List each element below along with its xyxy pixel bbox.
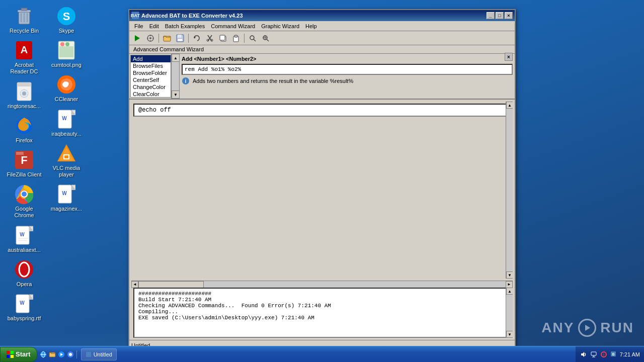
menu-file[interactable]: File	[131, 22, 146, 30]
hscroll-right[interactable]: ►	[506, 281, 513, 288]
command-list-scrollbar[interactable]: ▲ ▼	[171, 54, 179, 99]
desktop-icon-opera[interactable]: Opera	[4, 257, 44, 290]
toolbar-undo-button[interactable]	[191, 33, 203, 44]
desktop-icon-magazinex[interactable]: W magazinex...	[46, 182, 87, 214]
editor-scroll-track[interactable]	[506, 109, 513, 272]
tray-app[interactable]: B	[610, 350, 618, 358]
toolbar-copy-button[interactable]	[217, 33, 229, 44]
desktop-icon-ccleaner[interactable]: CCleaner	[46, 72, 87, 105]
menu-command-wizard[interactable]: Command Wizard	[208, 22, 258, 30]
output-scroll-track[interactable]	[506, 295, 513, 331]
minimize-button[interactable]: _	[487, 12, 495, 19]
hscroll-track[interactable]	[138, 281, 506, 288]
command-item-changecolor[interactable]: ChangeColor	[131, 83, 171, 90]
editor-vscroll[interactable]: ▲ ▼	[506, 102, 513, 279]
toolbar-open-button[interactable]	[161, 33, 173, 44]
desktop-icon-chrome[interactable]: Google Chrome	[4, 182, 44, 221]
wizard-body: Add BrowseFiles BrowseFolder CenterSelf …	[129, 53, 515, 99]
output-scroll-down[interactable]: ▼	[506, 331, 513, 338]
start-button[interactable]: Start	[0, 347, 37, 362]
editor-scroll-down[interactable]: ▼	[506, 272, 513, 279]
desktop-icon-acrobat[interactable]: A Acrobat Reader DC	[4, 38, 44, 77]
command-item-browsefiles[interactable]: BrowseFiles	[131, 62, 171, 69]
desktop-icon-filezilla[interactable]: F FileZilla Client	[4, 148, 44, 180]
editor-hscroll[interactable]: ◄ ►	[131, 281, 513, 288]
babyspring-label: babyspring.rtf	[8, 315, 41, 322]
command-item-centerself[interactable]: CenterSelf	[131, 76, 171, 83]
acrobat-icon: A	[14, 40, 34, 60]
svg-text:W: W	[20, 232, 25, 237]
command-input[interactable]	[182, 64, 513, 75]
code-editor[interactable]: @echo off	[133, 104, 511, 117]
svg-point-20	[22, 192, 27, 197]
svg-text:F: F	[21, 154, 27, 166]
recycle-bin-label: Recycle Bin	[10, 28, 39, 34]
vlc-label: VLC media player	[48, 165, 85, 178]
toolbar-cut-button[interactable]	[204, 33, 216, 44]
desktop-icon-recycle-bin[interactable]: Recycle Bin	[4, 4, 44, 36]
system-tray: ! B 7:21 AM	[576, 346, 644, 362]
toolbar-paste-button[interactable]	[230, 33, 242, 44]
tray-network[interactable]	[590, 350, 598, 358]
menu-edit[interactable]: Edit	[146, 22, 162, 30]
output-vscroll[interactable]: ▲ ▼	[506, 288, 513, 338]
output-scroll-up[interactable]: ▲	[506, 288, 513, 295]
maximize-button[interactable]: □	[496, 12, 504, 19]
cumtool-label: cumtool.png	[51, 62, 82, 68]
toolbar-search2-button[interactable]	[260, 33, 272, 44]
desktop-icon-skype[interactable]: S Skype	[46, 4, 87, 36]
svg-text:A: A	[21, 44, 28, 55]
desktop-icon-cumtool[interactable]: cumtool.png	[46, 38, 87, 70]
window-controls: _ □ ×	[487, 12, 513, 19]
svg-text:W: W	[62, 116, 67, 121]
svg-point-38	[65, 42, 69, 46]
desktop-icon-iraqbeauty[interactable]: W iraqbeauty...	[46, 107, 87, 139]
hscroll-left[interactable]: ◄	[131, 281, 138, 288]
menu-batch-examples[interactable]: Batch Examples	[162, 22, 208, 30]
opera-icon	[14, 259, 34, 280]
command-item-add[interactable]: Add	[131, 55, 171, 62]
quicklaunch-media[interactable]	[57, 350, 65, 358]
toolbar-save-button[interactable]	[174, 33, 186, 44]
command-list[interactable]: Add BrowseFiles BrowseFolder CenterSelf …	[130, 55, 171, 98]
toolbar-run-button[interactable]	[131, 33, 143, 44]
desktop-icon-babyspring[interactable]: W babyspring.rtf	[4, 292, 44, 324]
firefox-label: Firefox	[16, 137, 33, 144]
desktop-icon-firefox[interactable]: Firefox	[4, 114, 44, 146]
scrollbar-up[interactable]: ▲	[172, 54, 180, 62]
chrome-icon	[14, 184, 34, 204]
svg-rect-63	[178, 35, 182, 38]
output-panel: ###################### Build Start 7:21:…	[133, 288, 511, 338]
wizard-close-button[interactable]: ×	[505, 53, 513, 61]
command-item-browsefolder[interactable]: BrowseFolder	[131, 69, 171, 76]
desktop-icon-australia[interactable]: W australiaext...	[4, 223, 44, 255]
window-title: Advanced BAT to EXE Converter v4.23	[141, 13, 485, 19]
toolbar-search-button[interactable]	[247, 33, 259, 44]
svg-text:i: i	[185, 78, 187, 84]
menu-graphic-wizard[interactable]: Graphic Wizard	[258, 22, 302, 30]
close-button[interactable]: ×	[505, 12, 513, 19]
quicklaunch-explorer[interactable]	[48, 350, 56, 358]
tray-security[interactable]: !	[600, 350, 608, 358]
editor-scroll-up[interactable]: ▲	[506, 102, 513, 109]
toolbar-sep2	[188, 34, 189, 43]
quicklaunch-ie[interactable]	[39, 350, 47, 358]
taskbar-item-label: Untitled	[94, 351, 112, 357]
hscroll-thumb[interactable]	[138, 281, 204, 288]
toolbar-settings-button[interactable]	[144, 33, 156, 44]
magazinex-label: magazinex...	[51, 206, 82, 212]
scrollbar-down[interactable]: ▼	[172, 90, 180, 99]
scrollbar-track[interactable]	[172, 62, 179, 90]
menu-help[interactable]: Help	[302, 22, 320, 30]
svg-marker-54	[135, 35, 140, 41]
quicklaunch-chrome[interactable]	[66, 350, 74, 358]
desktop-icon-ringtones[interactable]: ringtonesac...	[4, 79, 44, 112]
svg-point-93	[69, 353, 72, 356]
magazinex-icon: W	[56, 184, 76, 204]
command-item-clearcolor[interactable]: ClearColor	[131, 90, 171, 98]
tray-volume[interactable]	[580, 350, 588, 358]
command-description: i Adds two numbers and returns the resul…	[182, 77, 513, 85]
desktop-icon-vlc[interactable]: VLC media player	[46, 141, 87, 180]
taskbar-item-untitled[interactable]: Untitled	[81, 348, 117, 360]
svg-rect-16	[16, 152, 24, 155]
